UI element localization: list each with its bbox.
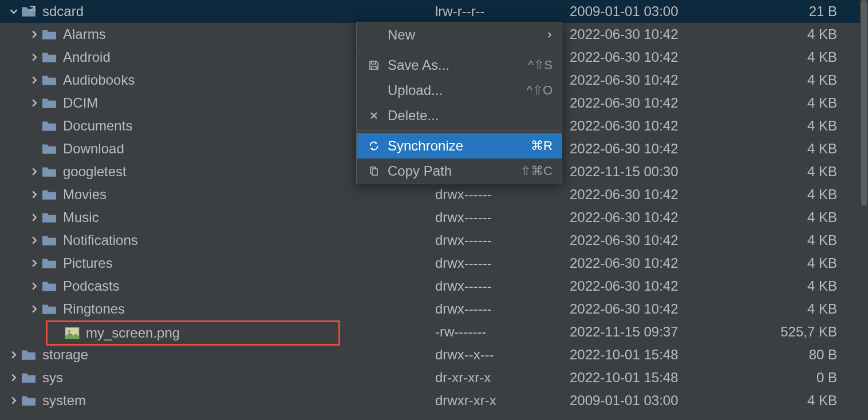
date: 2022-06-30 10:42 [570,118,747,134]
chevron-right-icon[interactable] [7,394,21,407]
svg-rect-3 [372,169,377,175]
folder-icon [21,347,37,363]
menu-item-upload[interactable]: Upload...^⇧O [357,78,562,103]
file-name: storage [42,347,88,363]
size: 4 KB [747,393,861,409]
menu-label: New [388,27,547,43]
size: 525,7 KB [747,324,861,340]
menu-label: Copy Path [388,163,520,179]
size: 4 KB [747,255,861,271]
permissions: drwxr-xr-x [435,393,570,409]
permissions: drwx------ [435,301,570,317]
menu-shortcut: ⌘R [531,138,553,153]
tree-row[interactable]: systemdrwxr-xr-x2009-01-01 03:004 KB [0,389,868,412]
chevron-right-icon [547,31,553,39]
menu-shortcut: ^⇧O [527,83,553,98]
folder-icon [41,301,57,317]
date: 2009-01-01 03:00 [570,3,747,19]
context-menu: NewSave As...^⇧SUpload...^⇧ODelete...Syn… [356,22,562,184]
folder-icon [41,209,57,225]
date: 2022-06-30 10:42 [570,301,747,317]
folder-icon [21,393,37,409]
chevron-right-icon[interactable] [27,96,41,110]
folder-icon [41,164,57,180]
scrollbar-thumb[interactable] [861,0,867,206]
tree-row[interactable]: storagedrwx--x---2022-10-01 15:4880 B [0,343,868,366]
file-name: Alarms [63,26,106,42]
menu-item-new[interactable]: New [357,22,562,47]
date: 2022-06-30 10:42 [570,141,747,157]
save-icon [366,60,382,71]
menu-label: Upload... [388,82,527,98]
tree-row[interactable]: Notificationsdrwx------2022-06-30 10:424… [0,229,868,252]
chevron-right-icon[interactable] [27,279,41,293]
file-name: my_screen.png [86,325,180,341]
menu-separator [357,50,562,50]
folder-link-icon [21,3,37,19]
file-name: Music [63,209,99,225]
size: 0 B [747,370,861,386]
permissions: drwx------ [435,278,570,294]
tree-row[interactable]: Picturesdrwx------2022-06-30 10:424 KB [0,252,868,275]
scrollbar-track[interactable] [860,0,868,420]
tree-row[interactable]: sdcardlrw-r--r--2009-01-01 03:0021 B [0,0,868,23]
file-name: sys [42,370,63,386]
menu-item-delete[interactable]: Delete... [357,103,562,128]
folder-icon [41,141,57,157]
date: 2022-06-30 10:42 [570,26,747,42]
menu-item-synchronize[interactable]: Synchronize⌘R [357,133,562,159]
date: 2022-06-30 10:42 [570,49,747,65]
date: 2022-10-01 15:48 [570,370,747,386]
menu-item-copy-path[interactable]: Copy Path⇧⌘C [357,159,562,184]
size: 4 KB [747,232,861,248]
close-icon [366,110,382,121]
menu-label: Synchronize [388,138,531,154]
file-name: sdcard [42,3,84,19]
image-file-icon [64,325,80,341]
tree-row[interactable]: sysdr-xr-xr-x2022-10-01 15:480 B [0,366,868,389]
date: 2022-11-15 09:37 [570,324,747,340]
chevron-right-icon[interactable] [27,233,41,247]
tree-row[interactable]: Musicdrwx------2022-06-30 10:424 KB [0,206,868,229]
folder-icon [41,232,57,248]
tree-row[interactable]: Ringtonesdrwx------2022-06-30 10:424 KB [0,298,868,320]
chevron-right-icon[interactable] [7,348,21,362]
menu-shortcut: ⇧⌘C [520,164,553,179]
folder-icon [41,26,57,42]
chevron-right-icon[interactable] [27,27,41,41]
tree-row[interactable]: Moviesdrwx------2022-06-30 10:424 KB [0,183,868,206]
file-name: DCIM [63,95,98,111]
folder-icon [41,187,57,203]
menu-label: Save As... [388,57,528,73]
size: 4 KB [747,141,861,157]
tree-row[interactable]: Podcastsdrwx------2022-06-30 10:424 KB [0,275,868,298]
folder-icon [21,370,37,386]
folder-icon [41,95,57,111]
menu-shortcut: ^⇧S [528,58,553,73]
copy-icon [366,165,382,177]
chevron-right-icon[interactable] [27,211,41,224]
chevron-right-icon[interactable] [7,371,21,385]
menu-item-save-as[interactable]: Save As...^⇧S [357,53,562,78]
chevron-right-icon[interactable] [27,302,41,316]
folder-icon [41,49,57,65]
highlighted-row[interactable]: my_screen.png [46,320,340,346]
sync-icon [366,140,382,152]
size: 4 KB [747,187,861,203]
folder-icon [41,255,57,271]
chevron-down-icon[interactable] [7,5,21,18]
chevron-right-icon[interactable] [27,50,41,64]
chevron-right-icon[interactable] [27,73,41,87]
file-name: Movies [63,187,106,203]
folder-icon [41,72,57,88]
file-name: system [42,393,86,409]
chevron-right-icon[interactable] [27,165,41,179]
file-name: Android [63,49,111,65]
menu-label: Delete... [388,108,553,124]
file-name: Ringtones [63,301,125,317]
chevron-right-icon[interactable] [27,188,41,201]
date: 2022-10-01 15:48 [570,347,747,363]
file-name: Download [63,141,124,157]
file-name: Podcasts [63,278,120,294]
chevron-right-icon[interactable] [27,256,41,270]
